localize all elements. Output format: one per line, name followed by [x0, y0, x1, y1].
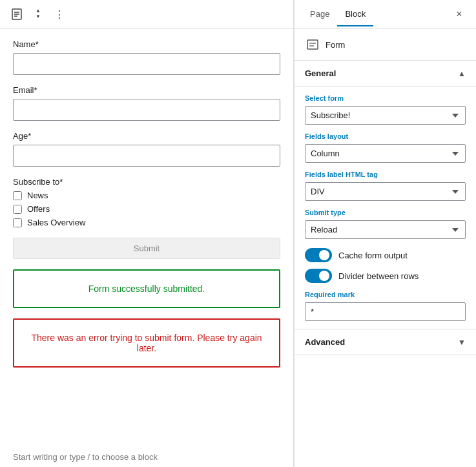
- cache-form-output-row: Cache form output: [305, 248, 466, 262]
- fields-layout-dropdown[interactable]: Column Row: [305, 144, 466, 163]
- submit-button[interactable]: Submit: [13, 238, 280, 259]
- age-input[interactable]: [13, 145, 280, 167]
- general-section-content: Select form Subscribe! Contact Newslette…: [295, 87, 476, 329]
- success-message-box: Form successfully submitted.: [13, 269, 280, 308]
- error-message-box: There was an error trying to submit form…: [13, 318, 280, 368]
- divider-between-rows-label: Divider between rows: [338, 271, 419, 281]
- move-arrows[interactable]: ▲ ▼: [31, 5, 45, 23]
- checkbox-offers-input[interactable]: [13, 205, 22, 214]
- general-section-header[interactable]: General ▲: [295, 61, 476, 87]
- age-field-group: Age*: [13, 131, 280, 167]
- cache-form-output-toggle[interactable]: [305, 248, 332, 262]
- checkbox-sales-input[interactable]: [13, 218, 22, 227]
- email-input[interactable]: [13, 99, 280, 121]
- tab-bar: Page Block ×: [295, 0, 476, 29]
- advanced-section-header[interactable]: Advanced ▼: [295, 329, 476, 355]
- checkbox-sales-label: Sales Overview: [27, 218, 85, 227]
- right-panel: Page Block × Form General ▲ Select form …: [294, 0, 476, 467]
- left-panel: ▲ ▼ ⋮ Name* Email* Age* Subscribe to* Ne…: [0, 0, 294, 467]
- form-block-icon: [305, 37, 320, 52]
- required-mark-input[interactable]: [305, 302, 466, 321]
- general-title: General: [305, 68, 336, 78]
- email-field-group: Email*: [13, 85, 280, 121]
- select-form-label: Select form: [305, 94, 466, 102]
- tab-page[interactable]: Page: [302, 3, 337, 26]
- submit-type-dropdown[interactable]: Reload AJAX: [305, 220, 466, 239]
- close-button[interactable]: ×: [450, 5, 468, 23]
- divider-between-rows-row: Divider between rows: [305, 269, 466, 283]
- document-icon[interactable]: [8, 5, 26, 23]
- svg-rect-4: [307, 40, 318, 49]
- settings-panel: General ▲ Select form Subscribe! Contact…: [295, 61, 476, 467]
- block-header: Form: [295, 29, 476, 61]
- toolbar: ▲ ▼ ⋮: [0, 0, 293, 29]
- tab-block[interactable]: Block: [337, 3, 373, 26]
- name-input[interactable]: [13, 53, 280, 75]
- submit-type-label: Submit type: [305, 209, 466, 216]
- checkbox-offers-label: Offers: [27, 204, 50, 214]
- subscribe-group: Subscribe to* News Offers Sales Overview: [13, 177, 280, 227]
- name-label: Name*: [13, 39, 280, 49]
- advanced-chevron-icon: ▼: [458, 338, 466, 347]
- email-label: Email*: [13, 85, 280, 95]
- select-form-dropdown[interactable]: Subscribe! Contact Newsletter: [305, 106, 466, 125]
- required-mark-label: Required mark: [305, 291, 466, 298]
- checkbox-offers: Offers: [13, 204, 280, 214]
- name-field-group: Name*: [13, 39, 280, 75]
- form-area: Name* Email* Age* Subscribe to* News Off…: [0, 29, 293, 447]
- error-text: There was an error trying to submit form…: [27, 333, 266, 353]
- success-text: Form successfully submitted.: [27, 284, 266, 294]
- age-label: Age*: [13, 131, 280, 141]
- fields-label-html-tag-dropdown[interactable]: DIV LABEL SPAN: [305, 182, 466, 201]
- divider-between-rows-toggle[interactable]: [305, 269, 332, 283]
- checkbox-news: News: [13, 191, 280, 200]
- fields-layout-label: Fields layout: [305, 132, 466, 140]
- general-chevron-icon: ▲: [458, 69, 466, 78]
- checkbox-news-input[interactable]: [13, 191, 22, 200]
- block-title: Form: [326, 40, 345, 50]
- cache-form-output-label: Cache form output: [338, 251, 408, 260]
- advanced-title: Advanced: [305, 337, 345, 347]
- checkbox-news-label: News: [27, 191, 48, 200]
- subscribe-label: Subscribe to*: [13, 177, 280, 187]
- fields-label-html-tag-label: Fields label HTML tag: [305, 171, 466, 178]
- checkbox-sales: Sales Overview: [13, 218, 280, 227]
- hint-text: Start writing or type / to choose a bloc…: [0, 447, 293, 467]
- more-options-icon[interactable]: ⋮: [50, 5, 68, 23]
